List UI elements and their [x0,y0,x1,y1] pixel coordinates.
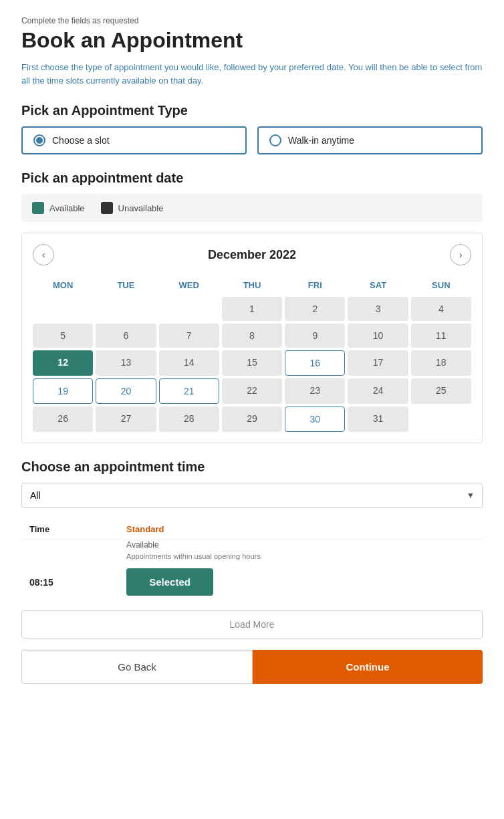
type-option-slot[interactable]: Choose a slot [21,126,247,154]
calendar-day: 4 [411,297,471,321]
calendar-day: 5 [33,324,93,348]
calendar-day: 1 [222,297,282,321]
calendar-dow: TUE [96,276,156,294]
time-table: Time Standard Available Appointments wit… [21,519,483,600]
time-slot-action: Selected [118,564,483,600]
calendar-container: ‹ December 2022 › MONTUEWEDTHUFRISATSUN1… [21,233,483,443]
calendar-day: 28 [159,406,219,432]
calendar-day[interactable]: 12 [33,350,93,376]
appointment-type-row: Choose a slot Walk-in anytime [21,126,483,154]
prev-month-button[interactable]: ‹ [33,244,54,265]
bottom-nav: Go Back Continue [21,649,483,684]
time-slot-time: 08:15 [21,564,118,600]
col-time-header: Time [21,519,118,540]
calendar-dow: THU [222,276,282,294]
calendar-grid: MONTUEWEDTHUFRISATSUN1234567891011121314… [33,276,471,432]
legend-unavailable: Unavailable [101,202,164,214]
note-td [21,551,118,564]
note-text: Appointments within usual opening hours [118,551,483,564]
calendar-day: 26 [33,406,93,432]
type-option-slot-label: Choose a slot [52,135,110,146]
radio-walkin [269,134,281,146]
calendar-day[interactable]: 21 [159,378,219,404]
calendar-day: 7 [159,324,219,348]
sub-header-available: Available [118,540,483,552]
next-month-button[interactable]: › [450,244,471,265]
selected-slot-button[interactable]: Selected [126,568,213,596]
calendar-day [96,297,156,321]
calendar-day: 15 [222,350,282,376]
calendar-dow: SUN [411,276,471,294]
calendar-day: 27 [96,406,156,432]
calendar-day[interactable]: 20 [96,378,156,404]
legend-available-box [32,202,44,214]
calendar-day: 31 [348,406,408,432]
subtitle: Complete the fields as requested [21,16,483,25]
calendar-day: 11 [411,324,471,348]
calendar-day [33,297,93,321]
calendar-day[interactable]: 30 [285,406,345,432]
time-section-title: Choose an appointment time [21,459,483,475]
calendar-day: 13 [96,350,156,376]
calendar-day: 14 [159,350,219,376]
load-more-button[interactable]: Load More [21,610,483,638]
calendar-section-title: Pick an appointment date [21,170,483,186]
calendar-legend: Available Unavailable [21,194,483,222]
calendar-day[interactable]: 16 [285,350,345,376]
type-option-walkin[interactable]: Walk-in anytime [257,126,483,154]
col-standard-header: Standard [118,519,483,540]
calendar-day: 25 [411,378,471,404]
continue-button[interactable]: Continue [253,650,483,684]
calendar-day: 29 [222,406,282,432]
calendar-day: 8 [222,324,282,348]
page-title: Book an Appointment [21,28,483,53]
time-filter-select[interactable]: AllMorningAfternoonEvening [21,483,483,508]
legend-available-label: Available [49,203,85,213]
calendar-day: 2 [285,297,345,321]
description: First choose the type of appointment you… [21,61,483,87]
calendar-day: 9 [285,324,345,348]
calendar-day: 24 [348,378,408,404]
page-container: Complete the fields as requested Book an… [0,0,504,819]
calendar-day: 18 [411,350,471,376]
legend-unavailable-box [101,202,113,214]
time-slot-row: 08:15Selected [21,564,483,600]
go-back-button[interactable]: Go Back [21,650,253,684]
calendar-day: 6 [96,324,156,348]
type-option-walkin-label: Walk-in anytime [288,135,354,146]
appointment-type-title: Pick an Appointment Type [21,103,483,118]
calendar-day: 17 [348,350,408,376]
calendar-dow: SAT [348,276,408,294]
calendar-day: 23 [285,378,345,404]
calendar-day: 22 [222,378,282,404]
legend-unavailable-label: Unavailable [118,203,164,213]
calendar-dow: FRI [285,276,345,294]
calendar-day[interactable]: 19 [33,378,93,404]
radio-slot [33,134,45,146]
time-filter-wrapper: AllMorningAfternoonEvening [21,483,483,508]
legend-available: Available [32,202,85,214]
calendar-day [159,297,219,321]
sub-header-time [21,540,118,552]
calendar-dow: WED [159,276,219,294]
calendar-day: 10 [348,324,408,348]
month-year-label: December 2022 [208,248,296,262]
calendar-day [411,406,471,432]
calendar-header: ‹ December 2022 › [33,244,471,265]
calendar-dow: MON [33,276,93,294]
calendar-day: 3 [348,297,408,321]
